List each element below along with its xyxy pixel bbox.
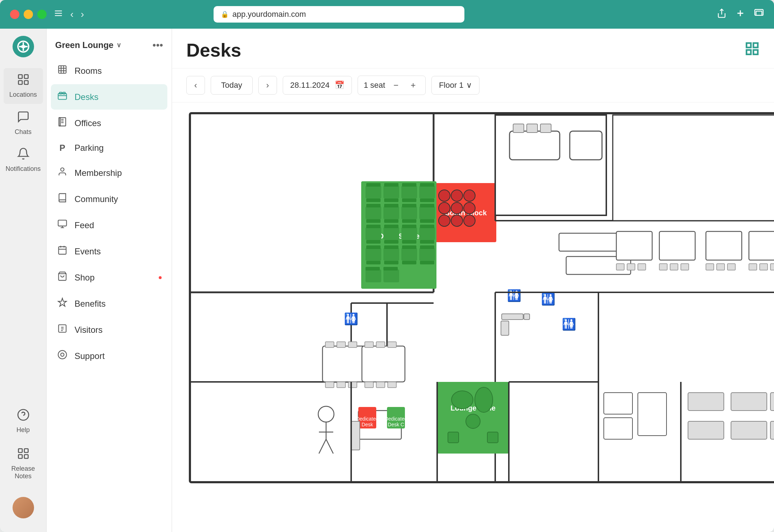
parking-icon: P — [57, 143, 68, 153]
svg-rect-168 — [365, 342, 373, 348]
floor-plan-svg: South Block Open Space — [186, 110, 774, 486]
sidebar-item-chats[interactable]: Chats — [4, 105, 43, 141]
sidebar-item-help[interactable]: Help — [4, 403, 43, 439]
url-bar[interactable]: 🔒 app.yourdomain.com — [214, 6, 464, 23]
svg-rect-19 — [18, 455, 22, 459]
svg-rect-73 — [366, 206, 381, 219]
svg-rect-183 — [487, 432, 498, 443]
new-tab-button[interactable] — [735, 8, 745, 21]
svg-point-115 — [464, 190, 475, 201]
help-label: Help — [16, 426, 30, 434]
calendar-icon: 📅 — [335, 81, 344, 90]
svg-rect-136 — [749, 231, 774, 260]
user-avatar-item[interactable] — [4, 492, 43, 523]
svg-point-114 — [451, 190, 463, 201]
svg-rect-72 — [420, 198, 434, 202]
increase-seat-button[interactable]: + — [407, 79, 420, 92]
next-date-button[interactable]: › — [258, 76, 277, 95]
svg-rect-137 — [616, 264, 624, 270]
events-icon — [57, 245, 68, 258]
svg-rect-77 — [366, 204, 381, 207]
svg-rect-130 — [613, 115, 774, 221]
app-content: Locations Chats Notifications — [0, 29, 774, 532]
svg-rect-143 — [706, 264, 714, 270]
sidebar-item-rooms[interactable]: Rooms — [51, 58, 167, 83]
floor-selector[interactable]: Floor 1 ∨ — [431, 76, 479, 95]
svg-rect-82 — [384, 219, 398, 223]
svg-rect-61 — [366, 186, 381, 198]
workspace-name[interactable]: Green Lounge ∨ — [55, 40, 121, 50]
svg-rect-76 — [419, 206, 435, 219]
main-content: Desks ‹ Today › 28.11.2024 📅 1 seat — [172, 29, 774, 532]
svg-rect-17 — [18, 449, 22, 452]
sidebar-item-notifications[interactable]: Notifications — [4, 142, 43, 178]
svg-rect-107 — [402, 261, 416, 264]
maximize-button[interactable] — [37, 10, 47, 19]
help-icon — [17, 408, 30, 424]
floor-plan-container[interactable]: South Block Open Space — [172, 102, 774, 532]
titlebar-actions — [717, 8, 764, 21]
svg-rect-101 — [366, 245, 381, 249]
sidebar-item-community[interactable]: Community — [51, 186, 167, 212]
svg-rect-2 — [55, 15, 62, 16]
svg-rect-78 — [384, 204, 398, 207]
svg-rect-27 — [59, 92, 62, 94]
minimize-button[interactable] — [24, 10, 33, 19]
today-button[interactable]: Today — [211, 76, 253, 95]
sidebar-item-feed[interactable]: Feed — [51, 212, 167, 238]
svg-rect-147 — [760, 264, 768, 270]
sidebar-item-benefits[interactable]: Benefits — [51, 291, 167, 316]
svg-rect-20 — [24, 455, 28, 459]
decrease-seat-button[interactable]: − — [390, 79, 402, 92]
windows-button[interactable] — [754, 8, 764, 21]
offices-icon — [57, 117, 68, 129]
svg-rect-134 — [659, 231, 695, 260]
prev-date-button[interactable]: ‹ — [186, 76, 205, 95]
header-actions — [745, 41, 760, 59]
sidebar-item-visitors[interactable]: Visitors — [51, 317, 167, 342]
back-button[interactable]: ‹ — [70, 9, 73, 20]
sidebar-toggle-button[interactable] — [54, 9, 63, 20]
svg-rect-50 — [746, 43, 751, 47]
svg-rect-94 — [384, 240, 398, 244]
svg-rect-170 — [388, 342, 396, 348]
sidebar-item-shop[interactable]: Shop — [51, 265, 167, 290]
chats-label: Chats — [15, 128, 32, 136]
sidebar-item-label: Membership — [75, 168, 122, 178]
view-toggle-button[interactable] — [745, 41, 760, 59]
svg-rect-208 — [351, 421, 360, 450]
sidebar-item-parking[interactable]: P Parking — [51, 136, 167, 159]
avatar-image — [13, 497, 34, 518]
svg-rect-194 — [731, 421, 767, 439]
sidebar-item-locations[interactable]: Locations — [4, 68, 43, 104]
svg-point-117 — [451, 202, 463, 214]
sidebar-item-label: Benefits — [75, 299, 106, 309]
forward-button[interactable]: › — [81, 9, 84, 20]
date-picker[interactable]: 28.11.2024 📅 — [283, 76, 352, 95]
seat-control: 1 seat − + — [358, 76, 426, 95]
svg-rect-127 — [570, 131, 602, 160]
sidebar-item-desks[interactable]: Desks — [51, 84, 167, 110]
svg-rect-187 — [604, 418, 632, 439]
share-button[interactable] — [717, 8, 727, 21]
close-button[interactable] — [10, 10, 19, 19]
svg-rect-124 — [513, 124, 524, 133]
svg-rect-146 — [749, 264, 757, 270]
svg-rect-86 — [383, 227, 399, 240]
sidebar-item-support[interactable]: Support — [51, 343, 167, 369]
sidebar-item-membership[interactable]: Membership — [51, 160, 167, 186]
sidebar-item-offices[interactable]: Offices — [51, 110, 167, 136]
svg-rect-12 — [24, 75, 28, 79]
feed-icon — [57, 219, 68, 231]
workspace-menu-button[interactable]: ••• — [153, 39, 163, 51]
sidebar-item-release-notes[interactable]: Release Notes — [4, 442, 43, 485]
svg-rect-141 — [670, 264, 678, 270]
svg-rect-139 — [638, 264, 646, 270]
svg-text:Desk C: Desk C — [388, 422, 404, 427]
svg-rect-133 — [616, 231, 652, 260]
svg-rect-69 — [366, 198, 381, 202]
sidebar-item-label: Visitors — [75, 325, 102, 335]
sidebar-item-events[interactable]: Events — [51, 239, 167, 264]
svg-rect-112 — [383, 267, 398, 270]
sidebar-item-label: Events — [75, 246, 101, 257]
